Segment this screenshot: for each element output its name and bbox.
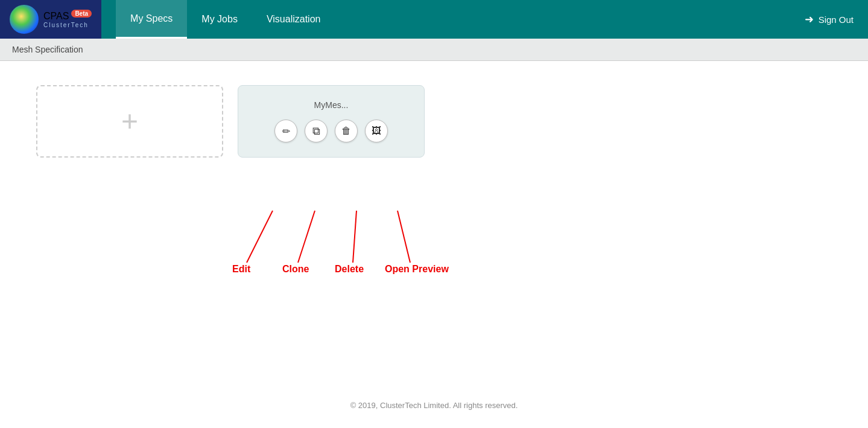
svg-text:Clone: Clone xyxy=(282,264,309,274)
svg-line-4 xyxy=(353,211,356,263)
brand-text: CPASBeta ClusterTech xyxy=(43,10,92,28)
svg-line-2 xyxy=(298,211,315,263)
delete-icon: 🗑 xyxy=(341,126,351,136)
sign-out-icon: ➜ xyxy=(805,13,814,26)
spec-card-title: MyMes... xyxy=(314,100,349,110)
footer: © 2019, ClusterTech Limited. All rights … xyxy=(0,401,868,410)
footer-text: © 2019, ClusterTech Limited. All rights … xyxy=(350,401,518,410)
svg-line-0 xyxy=(247,211,273,263)
sign-out-button[interactable]: ➜ Sign Out xyxy=(790,13,868,26)
open-preview-icon: 🖼 xyxy=(372,126,381,136)
beta-badge: Beta xyxy=(71,10,92,18)
plus-icon: + xyxy=(121,107,138,136)
edit-icon: ✏ xyxy=(282,126,290,137)
brand-logo xyxy=(10,5,39,34)
nav-visualization[interactable]: Visualization xyxy=(252,0,335,39)
clone-icon: ⧉ xyxy=(312,125,320,138)
brand-sub: ClusterTech xyxy=(43,22,92,28)
add-spec-card[interactable]: + xyxy=(36,85,223,158)
spec-card[interactable]: MyMes... ✏ ⧉ 🗑 🖼 xyxy=(238,85,425,158)
clone-button[interactable]: ⧉ xyxy=(305,120,328,142)
main-area: + MyMes... ✏ ⧉ 🗑 🖼 E xyxy=(0,61,868,182)
breadcrumb: Mesh Specification xyxy=(0,39,868,61)
brand-name: CPASBeta xyxy=(43,10,92,22)
svg-text:Delete: Delete xyxy=(335,264,364,274)
navbar: CPASBeta ClusterTech My Specs My Jobs Vi… xyxy=(0,0,868,39)
svg-text:Open Preview: Open Preview xyxy=(385,264,449,274)
nav-my-specs[interactable]: My Specs xyxy=(116,0,187,39)
edit-button[interactable]: ✏ xyxy=(274,120,297,142)
brand: CPASBeta ClusterTech xyxy=(0,0,101,39)
breadcrumb-text: Mesh Specification xyxy=(12,45,83,54)
spec-card-actions: ✏ ⧉ 🗑 🖼 xyxy=(274,120,388,142)
nav-my-jobs[interactable]: My Jobs xyxy=(187,0,252,39)
open-preview-button[interactable]: 🖼 xyxy=(365,120,388,142)
delete-button[interactable]: 🗑 xyxy=(335,120,358,142)
nav-links: My Specs My Jobs Visualization xyxy=(116,0,335,39)
svg-line-6 xyxy=(398,211,410,263)
cards-area: + MyMes... ✏ ⧉ 🗑 🖼 xyxy=(0,61,868,182)
svg-text:Edit: Edit xyxy=(232,264,251,274)
